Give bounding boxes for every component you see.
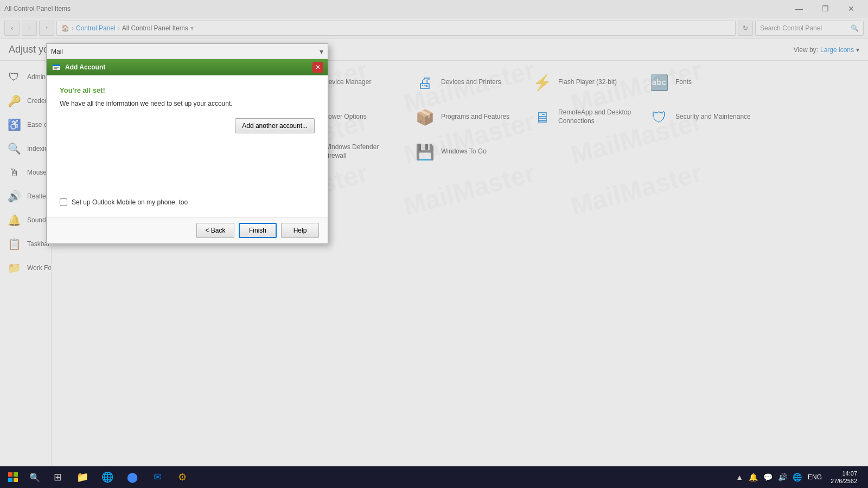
add-another-account-button[interactable]: Add another account... <box>235 118 315 133</box>
mail-panel-header: Mail ▾ <box>47 44 328 59</box>
start-button[interactable] <box>2 466 24 488</box>
language-indicator[interactable]: ENG <box>806 473 824 481</box>
taskbar: 🔍 ⊞ 📁 🌐 ⬤ ✉ ⚙ ▲ 🔔 💬 🔊 🌐 ENG 14:07 27/6/2… <box>0 466 868 488</box>
system-tray: ▲ 🔔 💬 🔊 🌐 ENG 14:07 27/6/2562 <box>730 470 866 485</box>
clock: 14:07 27/6/2562 <box>826 470 861 485</box>
svg-rect-7 <box>14 478 18 482</box>
mobile-setup-row: Set up Outlook Mobile on my phone, too <box>60 198 315 206</box>
dialog-icon <box>51 62 62 73</box>
edge-button[interactable]: 🌐 <box>95 466 119 488</box>
date-display: 27/6/2562 <box>831 477 857 485</box>
dialog-title-bar: Add Account ✕ <box>47 59 328 75</box>
dialog-description: We have all the information we need to s… <box>60 100 315 107</box>
time-display: 14:07 <box>831 470 857 477</box>
help-button[interactable]: Help <box>281 223 319 238</box>
tray-expand-icon[interactable]: ▲ <box>734 473 745 481</box>
notification-icon[interactable]: 🔔 <box>747 473 760 481</box>
back-button[interactable]: < Back <box>196 223 234 238</box>
outlook-button[interactable]: ✉ <box>145 466 169 488</box>
svg-rect-4 <box>8 472 12 477</box>
mobile-setup-checkbox[interactable] <box>60 198 67 206</box>
taskbar-icons: ⊞ 📁 🌐 ⬤ ✉ ⚙ <box>46 466 730 488</box>
svg-rect-1 <box>53 65 60 66</box>
dialog-overlay: Mail ▾ Add Account ✕ You're all set! We … <box>0 0 868 488</box>
file-explorer-button[interactable]: 📁 <box>71 466 94 488</box>
add-account-dialog: Mail ▾ Add Account ✕ You're all set! We … <box>46 43 328 244</box>
chrome-button[interactable]: ⬤ <box>120 466 144 488</box>
task-view-button[interactable]: ⊞ <box>46 466 69 488</box>
action-center-icon[interactable]: 💬 <box>762 473 774 481</box>
mobile-setup-label: Set up Outlook Mobile on my phone, too <box>72 198 188 206</box>
control-panel-button[interactable]: ⚙ <box>170 466 194 488</box>
network-icon[interactable]: 🌐 <box>791 473 803 481</box>
dialog-body: You're all set! We have all the informat… <box>47 75 328 217</box>
svg-rect-6 <box>8 478 12 482</box>
dialog-close-button[interactable]: ✕ <box>312 62 323 73</box>
dialog-title-text: Add Account <box>65 63 309 71</box>
dialog-success-text: You're all set! <box>60 86 315 94</box>
mail-panel-title: Mail <box>51 48 63 55</box>
finish-button[interactable]: Finish <box>239 223 277 238</box>
svg-rect-5 <box>14 472 18 477</box>
taskbar-search-button[interactable]: 🔍 <box>24 466 46 488</box>
mail-panel-close-icon[interactable]: ▾ <box>320 47 323 56</box>
dialog-footer: < Back Finish Help <box>47 217 328 243</box>
volume-icon[interactable]: 🔊 <box>776 473 789 481</box>
